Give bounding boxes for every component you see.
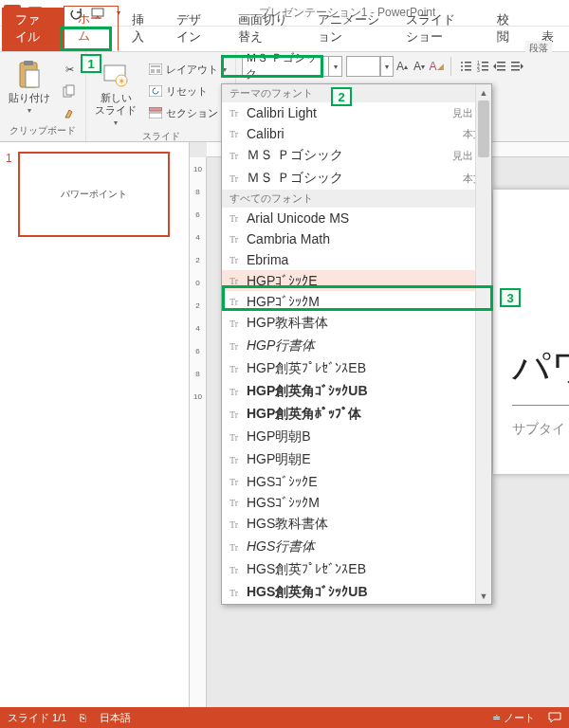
- slide-thumbnail[interactable]: 1 パワーポイント: [6, 152, 183, 237]
- group-paragraph-label: 段落: [525, 41, 552, 139]
- svg-rect-12: [151, 65, 160, 67]
- font-option[interactable]: TrCambria Math: [222, 228, 491, 249]
- font-scrollbar[interactable]: ▲ ▼: [475, 84, 491, 604]
- status-bar: スライド 1/1 ⎘ 日本語 ≐ ノート: [0, 707, 569, 728]
- svg-rect-34: [511, 65, 520, 67]
- svg-rect-31: [497, 65, 505, 67]
- increase-indent-button[interactable]: [508, 56, 525, 77]
- truetype-icon: Tr: [229, 364, 247, 374]
- font-option[interactable]: TrCalibri Light見出し: [222, 102, 491, 123]
- font-option[interactable]: TrEbrima: [222, 249, 491, 270]
- numbering-button[interactable]: 123: [474, 56, 491, 77]
- tab-transition[interactable]: 画面切り替え: [225, 8, 304, 51]
- svg-rect-32: [497, 69, 505, 71]
- font-option[interactable]: TrHGP明朝E: [222, 448, 491, 471]
- tab-design[interactable]: デザイン: [163, 8, 225, 51]
- font-option[interactable]: TrHGS創英角ｺﾞｼｯｸUB: [222, 581, 491, 604]
- cut-button[interactable]: ✂: [59, 60, 80, 79]
- font-option[interactable]: TrHGP創英ﾌﾟﾚｾﾞﾝｽEB: [222, 357, 491, 380]
- status-slide[interactable]: スライド 1/1: [8, 711, 66, 725]
- font-option[interactable]: TrHGP創英角ｺﾞｼｯｸUB: [222, 380, 491, 403]
- thumbnail-pane[interactable]: 1 パワーポイント: [0, 142, 190, 707]
- truetype-icon: Tr: [229, 318, 247, 329]
- status-language[interactable]: 日本語: [100, 711, 131, 725]
- font-size-dropdown-button[interactable]: ▾: [380, 56, 394, 77]
- grow-font-button[interactable]: A▴: [394, 56, 411, 77]
- group-clipboard-label: クリップボード: [9, 122, 76, 137]
- scroll-thumb[interactable]: [478, 100, 489, 157]
- svg-rect-23: [465, 69, 471, 71]
- svg-text:3: 3: [477, 67, 480, 73]
- font-option[interactable]: TrHGP創英角ﾎﾟｯﾌﾟ体: [222, 403, 491, 426]
- scroll-down-icon[interactable]: ▼: [476, 588, 491, 604]
- font-option[interactable]: TrHGPｺﾞｼｯｸE: [222, 270, 491, 291]
- font-dropdown-panel: テーマのフォント TrCalibri Light見出しTrCalibri本文Tr…: [221, 83, 492, 605]
- svg-rect-14: [156, 69, 160, 73]
- shrink-font-button[interactable]: A▾: [411, 56, 428, 77]
- svg-rect-7: [66, 85, 74, 95]
- callout-1: 1: [81, 54, 101, 73]
- scroll-up-icon[interactable]: ▲: [476, 84, 491, 100]
- font-option[interactable]: TrHGPｺﾞｼｯｸM: [222, 291, 491, 312]
- tab-file[interactable]: ファイル: [2, 8, 64, 51]
- cut-icon: ✂: [62, 62, 77, 77]
- notes-button[interactable]: ≐ ノート: [492, 711, 535, 725]
- ribbon-tabs: ファイル ホーム 挿入 デザイン 画面切り替え アニメーション スライド ショー…: [0, 27, 569, 51]
- font-option[interactable]: TrHGP教科書体: [222, 312, 491, 335]
- truetype-icon: Tr: [229, 498, 247, 508]
- font-option[interactable]: TrCalibri本文: [222, 123, 491, 144]
- font-name-input[interactable]: ＭＳ Ｐゴシック: [242, 56, 329, 77]
- section-button[interactable]: セクション▾: [145, 103, 229, 122]
- svg-rect-27: [482, 65, 488, 67]
- clear-format-button[interactable]: A◢: [428, 56, 445, 77]
- thumb-preview: パワーポイント: [18, 152, 170, 237]
- font-option[interactable]: TrHGS教科書体: [222, 513, 491, 536]
- truetype-icon: Tr: [229, 255, 247, 265]
- truetype-icon: Tr: [229, 213, 247, 224]
- thumb-number: 1: [6, 152, 12, 237]
- font-option[interactable]: TrＭＳ Ｐゴシック本文: [222, 167, 491, 190]
- svg-rect-5: [26, 70, 39, 87]
- spellcheck-icon[interactable]: ⎘: [80, 712, 86, 723]
- truetype-icon: Tr: [229, 151, 247, 161]
- font-option[interactable]: TrArial Unicode MS: [222, 208, 491, 228]
- brush-icon: [62, 105, 77, 120]
- font-size-input[interactable]: [346, 56, 380, 77]
- reset-button[interactable]: リセット: [145, 82, 229, 100]
- truetype-icon: Tr: [229, 387, 247, 397]
- tab-animation[interactable]: アニメーション: [304, 8, 393, 51]
- font-option[interactable]: TrHGS創英ﾌﾟﾚｾﾞﾝｽEB: [222, 558, 491, 581]
- tab-home[interactable]: ホーム: [64, 6, 119, 51]
- svg-rect-25: [482, 62, 488, 64]
- font-option[interactable]: TrHGSｺﾞｼｯｸE: [222, 471, 491, 492]
- font-option[interactable]: TrＭＳ Ｐゴシック見出し: [222, 144, 491, 167]
- font-option[interactable]: TrHGSｺﾞｼｯｸM: [222, 492, 491, 513]
- copy-button[interactable]: [59, 82, 80, 100]
- decrease-indent-button[interactable]: [491, 56, 508, 77]
- font-option[interactable]: TrHGS行書体: [222, 536, 491, 558]
- subtitle-placeholder[interactable]: サブタイ: [493, 406, 569, 438]
- truetype-icon: Tr: [229, 477, 247, 487]
- tab-insert[interactable]: 挿入: [119, 8, 163, 51]
- font-option[interactable]: TrHGP行書体: [222, 335, 491, 357]
- svg-rect-35: [511, 69, 520, 71]
- font-option[interactable]: TrHGP明朝B: [222, 426, 491, 448]
- svg-point-20: [461, 65, 463, 67]
- svg-rect-30: [497, 62, 505, 64]
- tab-slideshow[interactable]: スライド ショー: [393, 8, 484, 51]
- chevron-down-icon: ▾: [385, 63, 389, 71]
- truetype-icon: Tr: [229, 173, 247, 184]
- paste-button[interactable]: 貼り付け ▾: [6, 56, 53, 116]
- slide-canvas[interactable]: パワー サブタイ: [493, 190, 569, 474]
- truetype-icon: Tr: [229, 129, 247, 139]
- font-theme-header: テーマのフォント: [222, 84, 491, 102]
- truetype-icon: Tr: [229, 432, 247, 443]
- format-painter-button[interactable]: [59, 103, 80, 122]
- truetype-icon: Tr: [229, 234, 247, 245]
- font-name-dropdown-button[interactable]: ▾: [329, 56, 342, 77]
- bullets-button[interactable]: [457, 56, 474, 77]
- tab-review[interactable]: 校閲: [484, 8, 528, 51]
- comments-icon[interactable]: [548, 712, 561, 723]
- truetype-icon: Tr: [229, 297, 247, 307]
- layout-button[interactable]: レイアウト▾: [145, 60, 229, 79]
